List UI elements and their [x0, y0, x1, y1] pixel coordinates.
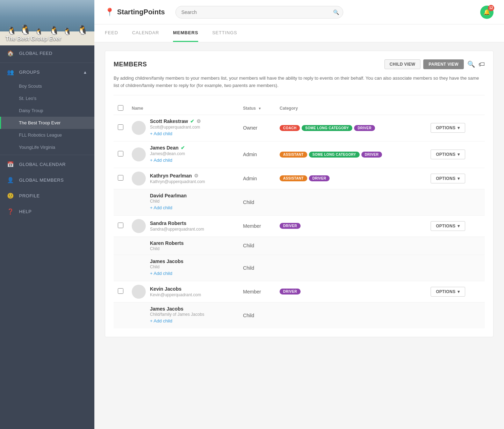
table-row: Kathryn Pearlman ⚙ Kathryn@upperquadrant… [114, 168, 485, 189]
member-name: James Jacobs [150, 306, 204, 312]
row-checkbox[interactable] [118, 288, 123, 294]
members-description: By adding children/family members to you… [114, 75, 485, 95]
logo: 📍 StartingPoints [105, 8, 165, 17]
add-child-link[interactable]: + Add child [150, 156, 172, 164]
member-category-cell: DRIVER [275, 281, 426, 302]
member-category-cell: ASSISTANTDRIVER [275, 168, 426, 189]
member-email: Kathryn@upperquadrant.com [150, 179, 205, 184]
logo-icon: 📍 [105, 8, 114, 17]
tab-settings[interactable]: SETTINGS [212, 24, 237, 42]
notification-button[interactable]: 🔔 12 [480, 6, 494, 19]
members-header: MEMBERS CHILD VIEW PARENT VIEW 🔍 🏷 [114, 59, 485, 69]
sidebar-item-best-troop-ever[interactable]: The Best Troop Ever [0, 117, 94, 129]
tag-assistant: ASSISTANT [280, 175, 307, 181]
member-status-cell: Child [239, 237, 275, 255]
add-child-link[interactable]: + Add child [150, 317, 172, 325]
row-checkbox-cell [114, 115, 128, 141]
table-row: James Jacobs Child/family of James Jacob… [114, 302, 485, 328]
divider [0, 63, 94, 63]
row-checkbox-cell [114, 255, 128, 281]
member-category-cell: DRIVER [275, 215, 426, 237]
search-input[interactable] [175, 6, 343, 19]
parent-view-button[interactable]: PARENT VIEW [423, 59, 464, 69]
options-button[interactable]: OPTIONS ▾ [431, 123, 465, 133]
row-checkbox[interactable] [118, 223, 123, 228]
options-button[interactable]: OPTIONS ▾ [431, 287, 465, 297]
tab-members[interactable]: MEMBERS [173, 24, 198, 42]
verified-icon: ✔ [190, 118, 194, 124]
tag-driver: DRIVER [280, 223, 301, 229]
sidebar-hero-title: The Best Group Ever [6, 36, 61, 42]
child-label: Child [150, 199, 187, 204]
member-category-cell: ASSISTANTSOME LONG CATEGORYDRIVER [275, 141, 426, 168]
sidebar-item-global-members[interactable]: 👤 GLOBAL MEMBERS [0, 172, 94, 188]
member-name: Kathryn Pearlman ⚙ [150, 173, 205, 179]
penguin-icon: 🐧 [77, 25, 88, 36]
search-members-icon[interactable]: 🔍 [467, 60, 475, 68]
member-name-cell: David Pearlman Child + Add child [128, 189, 239, 215]
penguin-icon: 🐧 [7, 27, 16, 36]
options-button[interactable]: OPTIONS ▾ [431, 150, 465, 159]
members-title: MEMBERS [114, 61, 147, 68]
category-header: Category [275, 102, 426, 115]
sidebar-item-profile[interactable]: 🙂 PROFILE [0, 188, 94, 204]
tab-calendar[interactable]: CALENDAR [132, 24, 159, 42]
sidebar-item-daisy-troup[interactable]: Daisy Troup [0, 104, 94, 117]
penguin-icon: 🐧 [63, 27, 72, 36]
verified-icon: ✔ [181, 145, 185, 151]
options-button[interactable]: OPTIONS ▾ [431, 174, 465, 183]
select-all-checkbox[interactable] [118, 105, 123, 111]
add-child-link[interactable]: + Add child [150, 130, 172, 138]
search-icon: 🔍 [333, 9, 339, 15]
content-area: MEMBERS CHILD VIEW PARENT VIEW 🔍 🏷 By ad… [94, 42, 504, 429]
member-name: Kevin Jacobs [150, 286, 201, 292]
status-header: Status ▼ [239, 102, 275, 115]
divider [0, 155, 94, 155]
member-email: Sandra@upperquadrant.com [150, 227, 204, 232]
chevron-down-icon: ▾ [458, 224, 460, 228]
status-text: Member [243, 223, 261, 229]
sidebar-label-help: HELP [19, 209, 32, 214]
table-row: David Pearlman Child + Add child Child [114, 189, 485, 215]
penguin-icon: 🐧 [35, 28, 43, 36]
row-checkbox[interactable] [118, 124, 123, 130]
notification-badge: 12 [488, 5, 494, 11]
chevron-down-icon: ▾ [458, 176, 460, 181]
row-checkbox-cell [114, 168, 128, 189]
member-category-cell [275, 255, 426, 281]
sidebar-label-global-members: GLOBAL MEMBERS [19, 177, 64, 183]
main-content: 📍 StartingPoints 🔍 🔔 12 FEED CALENDAR ME… [94, 0, 504, 429]
status-text: Member [243, 289, 261, 295]
member-options-cell: OPTIONS ▾ [426, 115, 485, 141]
sidebar-item-help[interactable]: ❓ HELP [0, 204, 94, 219]
members-table: Name Status ▼ Category Scott Rakestraw ✔… [114, 102, 485, 328]
child-label: Child/family of James Jacobs [150, 312, 204, 317]
table-row: Kevin Jacobs Kevin@upperquadrant.com Mem… [114, 281, 485, 302]
add-child-link[interactable]: + Add child [150, 269, 172, 277]
row-checkbox[interactable] [118, 151, 123, 157]
tab-feed[interactable]: FEED [105, 24, 118, 42]
settings-icon: ⚙ [196, 118, 201, 124]
profile-icon: 🙂 [7, 192, 14, 199]
add-child-link[interactable]: + Add child [150, 204, 172, 212]
sidebar-item-boy-scouts[interactable]: Boy Scouts [0, 80, 94, 92]
member-name: Scott Rakestraw ✔⚙ [150, 118, 201, 124]
sidebar-item-global-feed[interactable]: 🏠 GLOBAL FEED [0, 45, 94, 61]
row-checkbox-cell [114, 237, 128, 255]
row-checkbox[interactable] [118, 175, 123, 181]
sidebar-item-st-leos[interactable]: St. Leo's [0, 92, 94, 104]
tag-icon[interactable]: 🏷 [478, 61, 485, 68]
sidebar-item-fll-robotics[interactable]: FLL Robotics League [0, 129, 94, 141]
header-icons: 🔍 🏷 [467, 60, 485, 68]
avatar [132, 285, 146, 299]
sidebar-item-global-calendar[interactable]: 📅 GLOBAL CALENDAR [0, 157, 94, 172]
options-button[interactable]: OPTIONS ▾ [431, 221, 465, 231]
child-label: Child [150, 264, 183, 269]
sidebar-item-groups[interactable]: 👥 GROUPS ▲ [0, 64, 94, 80]
sidebar-label-groups: GROUPS [19, 70, 40, 75]
child-view-button[interactable]: CHILD VIEW [384, 59, 421, 69]
status-text: Child [243, 243, 254, 248]
sidebar-item-younglife-virginia[interactable]: YoungLife Virginia [0, 141, 94, 153]
topbar: 📍 StartingPoints 🔍 🔔 12 [94, 0, 504, 24]
member-status-cell: Member [239, 215, 275, 237]
